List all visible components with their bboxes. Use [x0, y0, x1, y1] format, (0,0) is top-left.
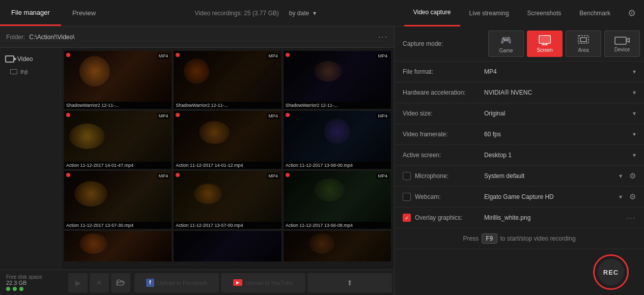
hardware-accel-chevron-icon: ▾ [633, 89, 636, 96]
export-button[interactable]: ⬆ [307, 273, 392, 292]
folder-more-icon[interactable]: ··· [378, 33, 388, 42]
active-screen-select[interactable]: Desktop 1 ▾ [484, 152, 636, 159]
disk-info-section: Free disk space 22.3 GB [0, 272, 66, 293]
tab-live-streaming[interactable]: Live streaming [460, 0, 518, 26]
thumb-label: Action 11-12-2017 13-58-00.mp4 [284, 162, 391, 169]
left-panel: Folder: C:\Action!\Video\ ··· Video thjt [0, 26, 395, 295]
video-thumb[interactable]: MP4 Action 11-12-2017 13-58-00.mp4 [284, 111, 391, 169]
scene-light [324, 119, 350, 144]
video-thumb[interactable]: MP4 Action 11-12-2017 14-01-12.mp4 [174, 111, 281, 169]
overlay-checkbox[interactable] [403, 214, 411, 222]
upload-youtube-button[interactable]: ▶ Upload to YouTube [221, 273, 305, 292]
video-thumb[interactable]: MP4 ShadowWarrior2 12-11-... [64, 51, 172, 109]
thumb-label: Action 11-12-2017 13-57-30.mp4 [64, 222, 172, 229]
disk-dot [19, 287, 23, 291]
thumb-image: MP4 [174, 111, 281, 162]
capture-mode-area[interactable]: Area [566, 31, 601, 57]
microphone-gear-icon[interactable]: ⚙ [629, 171, 636, 181]
overlay-value: Mirillis_white.png [484, 214, 623, 221]
subfolder-icon [10, 69, 17, 74]
thumb-rec-dot [66, 113, 70, 117]
upload-buttons-section: f Upload to Facebook ▶ Upload to YouTube… [132, 273, 394, 292]
hardware-accel-label: Hardware acceleration: [403, 89, 484, 96]
scene-light [199, 121, 230, 144]
file-format-select[interactable]: MP4 ▾ [484, 68, 636, 75]
sidebar-item-thjt[interactable]: thjt [0, 66, 61, 77]
hardware-accel-value: NVIDIA® NVENC [484, 89, 633, 96]
sort-dropdown[interactable]: by date ▾ [289, 10, 316, 17]
capture-mode-game[interactable]: 🎮 Game [488, 31, 524, 57]
delete-button[interactable]: ✕ [90, 273, 109, 292]
hardware-acceleration-row: Hardware acceleration: NVIDIA® NVENC ▾ [395, 82, 644, 103]
sidebar: Video thjt [0, 48, 61, 270]
webcam-chevron-icon: ▾ [619, 193, 622, 200]
video-thumb[interactable]: MP4 Action 11-12-2017 14-01-47.mp4 [64, 111, 172, 169]
overlay-checkbox-area: Overlay graphics: [403, 214, 484, 222]
video-size-label: Video size: [403, 110, 484, 117]
disk-dot [13, 287, 17, 291]
thumb-badge: MP4 [267, 113, 279, 119]
area-icon [578, 35, 589, 45]
sidebar-thjt-label: thjt [20, 69, 28, 75]
capture-mode-row: Capture mode: 🎮 Game Screen [395, 26, 644, 62]
play-button[interactable]: ▶ [68, 273, 88, 292]
webcam-checkbox[interactable] [403, 193, 411, 201]
video-thumb[interactable]: MP4 ShadowWarrior2 12-11-... [174, 51, 281, 109]
video-thumb[interactable] [174, 231, 281, 261]
microphone-checkbox[interactable] [403, 172, 411, 180]
file-format-chevron-icon: ▾ [633, 68, 636, 75]
capture-mode-device[interactable]: Device [604, 31, 640, 57]
video-thumb[interactable] [64, 231, 172, 261]
tab-file-manager[interactable]: File manager [0, 0, 61, 26]
right-panel: Capture mode: 🎮 Game Screen [395, 26, 644, 295]
scene-light [74, 181, 107, 206]
video-thumb[interactable]: MP4 ShadowWarrior2 12-11-... [284, 51, 391, 109]
folder-path: C:\Action!\Video\ [29, 34, 378, 41]
rec-label: REC [598, 259, 624, 285]
overlay-more-icon[interactable]: ··· [627, 214, 636, 222]
scene-light [194, 184, 222, 204]
tab-preview[interactable]: Preview [61, 0, 107, 26]
media-controls: ▶ ✕ 🗁 [66, 273, 132, 292]
folder-bar: Folder: C:\Action!\Video\ ··· [0, 26, 394, 48]
video-size-select[interactable]: Original ▾ [484, 110, 636, 117]
video-thumb[interactable] [284, 231, 391, 261]
upload-facebook-button[interactable]: f Upload to Facebook [134, 273, 219, 292]
folder-label: Folder: [6, 34, 25, 41]
device-icon [614, 36, 630, 45]
open-folder-button[interactable]: 🗁 [111, 273, 130, 292]
video-thumb[interactable]: MP4 Action 11-12-2017 13-57-30.mp4 [64, 171, 172, 229]
hardware-accel-select[interactable]: NVIDIA® NVENC ▾ [484, 89, 636, 96]
video-grid-area[interactable]: MP4 ShadowWarrior2 12-11-... MP4 ShadowW… [61, 48, 394, 270]
tab-video-capture[interactable]: Video capture [404, 0, 460, 26]
overlay-row: Overlay graphics: Mirillis_white.png ··· [395, 208, 644, 228]
thumb-image [174, 231, 281, 261]
tab-benchmark[interactable]: Benchmark [570, 0, 620, 26]
capture-mode-screen[interactable]: Screen [527, 31, 563, 57]
microphone-label: Microphone: [415, 172, 449, 180]
scene-light [314, 179, 345, 201]
thumb-image: MP4 [284, 111, 391, 162]
microphone-checkbox-area: Microphone: [403, 172, 484, 180]
thumb-image: MP4 [64, 111, 172, 162]
sidebar-item-video[interactable]: Video [0, 52, 61, 66]
video-thumb[interactable]: MP4 Action 11-12-2017 13-57-00.mp4 [174, 171, 281, 229]
video-framerate-select[interactable]: 60 fps ▾ [484, 131, 636, 138]
tab-screenshots[interactable]: Screenshots [518, 0, 571, 26]
webcam-gear-icon[interactable]: ⚙ [629, 192, 636, 201]
settings-gear-icon[interactable]: ⚙ [620, 0, 644, 26]
thumb-image: MP4 [174, 171, 281, 222]
svg-rect-6 [580, 38, 586, 42]
press-text: Press [463, 235, 479, 242]
file-format-row: File format: MP4 ▾ [395, 62, 644, 82]
recordings-count: Video recordings: 25 (3.77 GB) [195, 10, 279, 17]
video-thumb[interactable]: MP4 Action 11-12-2017 13-56-08.mp4 [284, 171, 391, 229]
capture-mode-label: Capture mode: [403, 40, 484, 47]
scene-light [69, 124, 105, 149]
rec-button[interactable]: REC [593, 254, 629, 290]
thumb-badge: MP4 [157, 113, 170, 119]
webcam-row: Webcam: Elgato Game Capture HD ▾ ⚙ [395, 187, 644, 208]
thumb-badge: MP4 [376, 173, 389, 179]
youtube-icon: ▶ [233, 279, 242, 286]
bottom-bar: Free disk space 22.3 GB ▶ ✕ 🗁 f Upload t… [0, 270, 394, 295]
